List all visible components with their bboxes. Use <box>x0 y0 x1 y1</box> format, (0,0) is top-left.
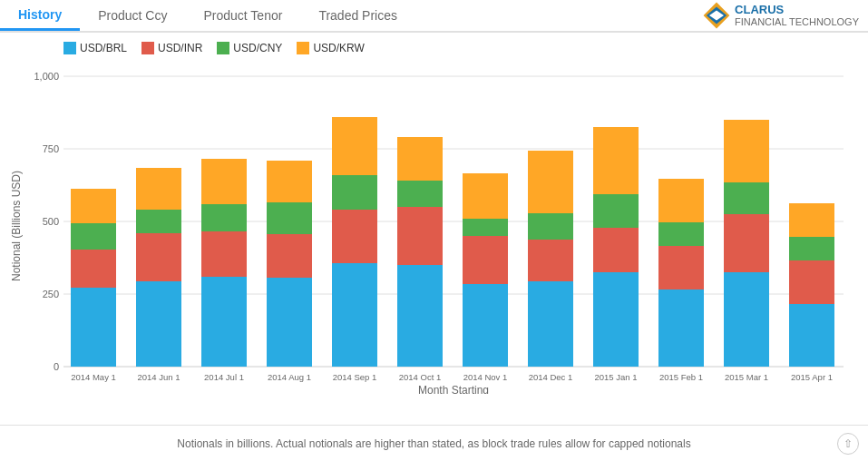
svg-rect-22 <box>267 202 312 234</box>
legend-item-krw: USD/KRW <box>297 42 364 54</box>
svg-rect-34 <box>463 219 508 236</box>
svg-rect-10 <box>71 223 116 250</box>
legend-color-inr <box>141 42 154 54</box>
bar-group-0: 2014 May 1 <box>71 189 116 382</box>
logo-text: CLARUS FINANCIAL TECHNOLOGY <box>735 3 859 29</box>
legend-color-cny <box>217 42 229 54</box>
tab-product-tenor[interactable]: Product Tenor <box>185 0 300 31</box>
footer: Notionals in billions. Actual notionals … <box>0 425 868 461</box>
svg-rect-29 <box>397 207 443 265</box>
svg-rect-54 <box>789 237 834 260</box>
bar-group-6: 2014 Nov 1 <box>463 173 508 382</box>
legend-item-brl: USD/BRL <box>63 42 127 54</box>
svg-rect-37 <box>528 240 573 281</box>
svg-rect-42 <box>593 194 639 228</box>
svg-rect-33 <box>463 236 508 284</box>
svg-rect-47 <box>658 179 704 222</box>
bar-group-2: 2014 Jul 1 <box>201 159 247 382</box>
tab-history[interactable]: History <box>0 0 80 31</box>
x-label-0: 2014 May 1 <box>71 372 116 382</box>
bar-group-4: 2014 Sep 1 <box>332 117 377 382</box>
legend-label-inr: USD/INR <box>158 42 202 54</box>
y-tick-500: 500 <box>43 216 59 227</box>
svg-rect-46 <box>658 222 704 246</box>
bar-group-7: 2014 Dec 1 <box>528 151 573 382</box>
svg-rect-55 <box>789 203 834 237</box>
svg-rect-24 <box>332 263 377 367</box>
svg-rect-49 <box>724 214 769 272</box>
svg-rect-36 <box>528 281 573 367</box>
legend-label-brl: USD/BRL <box>80 42 127 54</box>
legend-color-krw <box>297 42 309 54</box>
svg-rect-48 <box>724 272 769 367</box>
bar-group-1: 2014 Jun 1 <box>136 168 181 382</box>
svg-rect-53 <box>789 260 834 304</box>
svg-rect-8 <box>71 288 116 367</box>
y-tick-0: 0 <box>54 361 59 372</box>
bar-group-5: 2014 Oct 1 <box>397 137 443 382</box>
svg-rect-27 <box>332 117 377 175</box>
svg-rect-25 <box>332 210 377 263</box>
x-label-3: 2014 Aug 1 <box>268 372 311 382</box>
svg-rect-15 <box>136 168 181 210</box>
svg-rect-44 <box>658 289 704 367</box>
chart-svg-wrapper: Notional (Billions USD) 1,000 750 500 25… <box>9 58 859 397</box>
bar-group-3: 2014 Aug 1 <box>267 161 312 382</box>
svg-rect-21 <box>267 234 312 278</box>
x-label-1: 2014 Jun 1 <box>137 372 180 382</box>
svg-rect-30 <box>397 181 443 207</box>
y-tick-750: 750 <box>43 143 59 154</box>
chart-container: USD/BRL USD/INR USD/CNY USD/KRW Notional… <box>0 33 868 425</box>
svg-rect-28 <box>397 265 443 367</box>
bar-group-8: 2015 Jan 1 <box>593 127 639 382</box>
svg-rect-17 <box>201 231 247 277</box>
svg-rect-14 <box>136 210 181 233</box>
svg-rect-50 <box>724 182 769 214</box>
tab-product-ccy[interactable]: Product Ccy <box>80 0 185 31</box>
x-label-5: 2014 Oct 1 <box>399 372 441 382</box>
svg-rect-41 <box>593 228 639 272</box>
legend-label-cny: USD/CNY <box>233 42 282 54</box>
svg-rect-16 <box>201 277 247 367</box>
scroll-top-button[interactable]: ⇧ <box>837 433 859 455</box>
svg-rect-13 <box>136 233 181 281</box>
legend-label-krw: USD/KRW <box>313 42 364 54</box>
svg-rect-9 <box>71 250 116 288</box>
tab-traded-prices[interactable]: Traded Prices <box>300 0 415 31</box>
y-tick-250: 250 <box>43 289 59 299</box>
legend: USD/BRL USD/INR USD/CNY USD/KRW <box>63 42 859 54</box>
svg-rect-31 <box>397 137 443 181</box>
legend-color-brl <box>63 42 76 54</box>
svg-rect-12 <box>136 281 181 367</box>
svg-rect-38 <box>528 213 573 240</box>
svg-rect-51 <box>724 120 769 182</box>
svg-rect-19 <box>201 159 247 204</box>
svg-rect-39 <box>528 151 573 213</box>
svg-rect-23 <box>267 161 312 202</box>
logo: CLARUS FINANCIAL TECHNOLOGY <box>702 1 859 30</box>
svg-rect-26 <box>332 175 377 210</box>
svg-rect-32 <box>463 284 508 367</box>
x-axis-label: Month Starting <box>418 384 489 394</box>
footer-note: Notionals in billions. Actual notionals … <box>177 437 690 450</box>
x-label-9: 2015 Feb 1 <box>659 372 703 382</box>
header: History Product Ccy Product Tenor Traded… <box>0 0 868 33</box>
x-label-8: 2015 Jan 1 <box>594 372 637 382</box>
svg-rect-43 <box>593 127 639 194</box>
legend-item-inr: USD/INR <box>141 42 202 54</box>
svg-rect-52 <box>789 304 834 367</box>
x-label-6: 2014 Nov 1 <box>463 372 508 382</box>
bar-group-9: 2015 Feb 1 <box>658 179 704 382</box>
x-label-11: 2015 Apr 1 <box>791 372 833 382</box>
svg-rect-11 <box>71 189 116 223</box>
svg-rect-20 <box>267 278 312 367</box>
x-label-2: 2014 Jul 1 <box>204 372 244 382</box>
x-label-7: 2014 Dec 1 <box>529 372 573 382</box>
x-label-10: 2015 Mar 1 <box>725 372 768 382</box>
y-axis-label: Notional (Billions USD) <box>10 171 23 281</box>
bar-group-11: 2015 Apr 1 <box>789 203 834 382</box>
y-tick-1000: 1,000 <box>34 71 59 82</box>
svg-rect-35 <box>463 173 508 219</box>
svg-rect-40 <box>593 272 639 367</box>
x-label-4: 2014 Sep 1 <box>333 372 377 382</box>
